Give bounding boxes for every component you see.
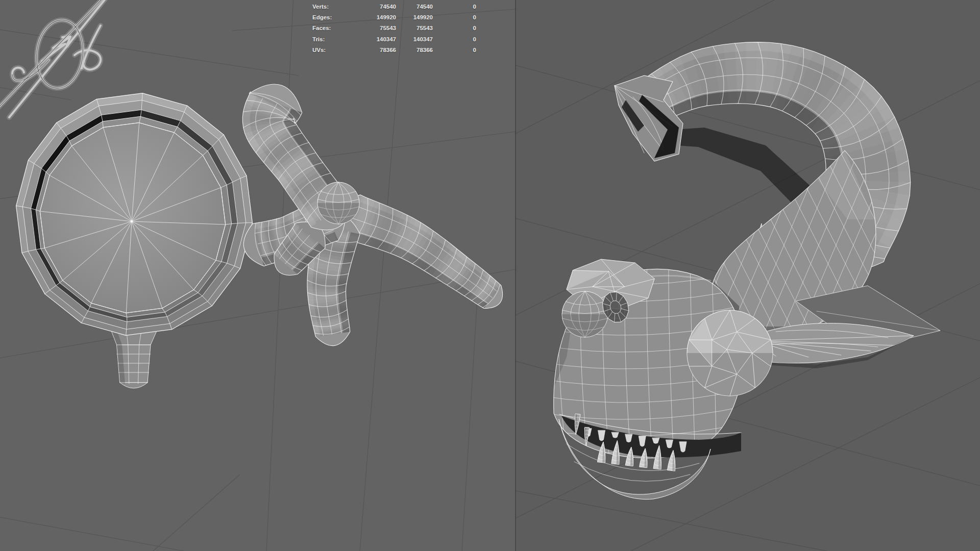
- hud-value: 78366: [344, 47, 396, 53]
- hud-value: 75543: [396, 25, 433, 31]
- hud-value: 78366: [396, 47, 433, 53]
- hud-value: 0: [433, 14, 476, 20]
- hud-value: 140347: [396, 36, 433, 42]
- hud-value: 0: [433, 4, 476, 10]
- hud-value: 0: [433, 36, 476, 42]
- hud-value: 75543: [344, 25, 396, 31]
- hud-row-verts: Verts: 74540 74540 0: [312, 1, 476, 12]
- hud-row-uvs: UVs: 78366 78366 0: [312, 45, 476, 56]
- hud-value: 0: [433, 47, 476, 53]
- hud-label: Tris:: [312, 36, 344, 42]
- hud-value: 74540: [344, 4, 396, 10]
- hud-row-tris: Tris: 140347 140347 0: [312, 34, 476, 44]
- hud-row-faces: Faces: 75543 75543 0: [312, 23, 476, 34]
- hud-value: 0: [433, 25, 476, 31]
- viewport-canvas[interactable]: Verts: 74540 74540 0 Edges: 149920 14992…: [0, 0, 980, 551]
- hud-value: 140347: [344, 36, 396, 42]
- hud-label: Verts:: [312, 4, 344, 10]
- hud-label: Edges:: [312, 14, 344, 20]
- wireframe-scene[interactable]: [0, 0, 980, 551]
- hud-label: UVs:: [312, 47, 344, 53]
- hud-value: 149920: [344, 14, 396, 20]
- hud-value: 74540: [396, 4, 433, 10]
- hud-value: 149920: [396, 14, 433, 20]
- hud-label: Faces:: [312, 25, 344, 31]
- hud-row-edges: Edges: 149920 149920 0: [312, 12, 476, 22]
- poly-count-hud: Verts: 74540 74540 0 Edges: 149920 14992…: [312, 1, 476, 56]
